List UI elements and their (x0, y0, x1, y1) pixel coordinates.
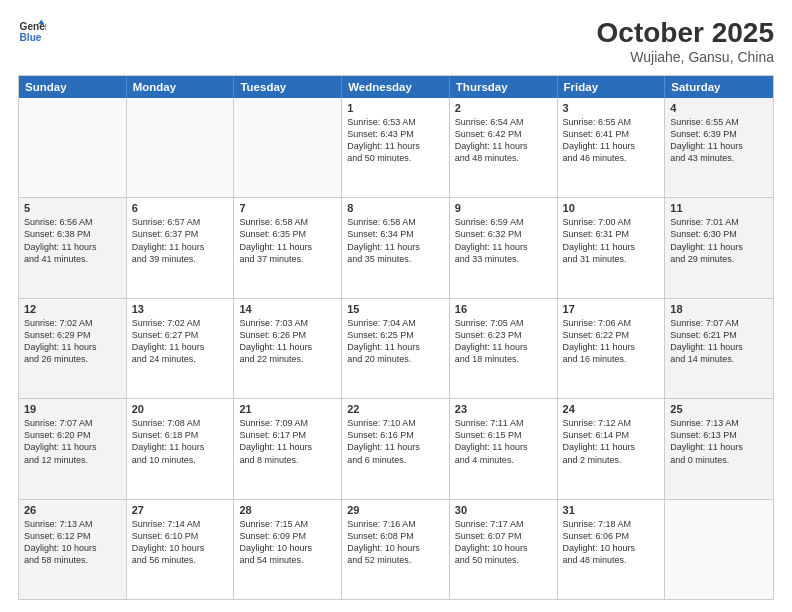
day-number: 26 (24, 504, 121, 516)
day-info: Sunrise: 6:58 AM Sunset: 6:34 PM Dayligh… (347, 216, 444, 265)
calendar-week-5: 26Sunrise: 7:13 AM Sunset: 6:12 PM Dayli… (19, 500, 773, 599)
day-number: 17 (563, 303, 660, 315)
day-number: 12 (24, 303, 121, 315)
day-info: Sunrise: 7:17 AM Sunset: 6:07 PM Dayligh… (455, 518, 552, 567)
calendar-cell: 29Sunrise: 7:16 AM Sunset: 6:08 PM Dayli… (342, 500, 450, 599)
day-info: Sunrise: 6:53 AM Sunset: 6:43 PM Dayligh… (347, 116, 444, 165)
day-info: Sunrise: 7:18 AM Sunset: 6:06 PM Dayligh… (563, 518, 660, 567)
calendar-cell: 31Sunrise: 7:18 AM Sunset: 6:06 PM Dayli… (558, 500, 666, 599)
day-info: Sunrise: 7:09 AM Sunset: 6:17 PM Dayligh… (239, 417, 336, 466)
day-info: Sunrise: 6:58 AM Sunset: 6:35 PM Dayligh… (239, 216, 336, 265)
calendar-cell: 14Sunrise: 7:03 AM Sunset: 6:26 PM Dayli… (234, 299, 342, 398)
calendar-week-2: 5Sunrise: 6:56 AM Sunset: 6:38 PM Daylig… (19, 198, 773, 298)
day-info: Sunrise: 6:57 AM Sunset: 6:37 PM Dayligh… (132, 216, 229, 265)
day-info: Sunrise: 7:13 AM Sunset: 6:13 PM Dayligh… (670, 417, 768, 466)
calendar-cell (234, 98, 342, 197)
day-number: 1 (347, 102, 444, 114)
day-info: Sunrise: 7:03 AM Sunset: 6:26 PM Dayligh… (239, 317, 336, 366)
calendar-cell (665, 500, 773, 599)
calendar-cell: 2Sunrise: 6:54 AM Sunset: 6:42 PM Daylig… (450, 98, 558, 197)
day-info: Sunrise: 7:02 AM Sunset: 6:29 PM Dayligh… (24, 317, 121, 366)
calendar-week-3: 12Sunrise: 7:02 AM Sunset: 6:29 PM Dayli… (19, 299, 773, 399)
day-number: 18 (670, 303, 768, 315)
day-number: 21 (239, 403, 336, 415)
calendar-body: 1Sunrise: 6:53 AM Sunset: 6:43 PM Daylig… (19, 98, 773, 599)
calendar-cell: 12Sunrise: 7:02 AM Sunset: 6:29 PM Dayli… (19, 299, 127, 398)
col-tuesday: Tuesday (234, 76, 342, 98)
day-info: Sunrise: 7:10 AM Sunset: 6:16 PM Dayligh… (347, 417, 444, 466)
day-number: 5 (24, 202, 121, 214)
calendar-cell (19, 98, 127, 197)
calendar-cell: 4Sunrise: 6:55 AM Sunset: 6:39 PM Daylig… (665, 98, 773, 197)
col-monday: Monday (127, 76, 235, 98)
day-info: Sunrise: 7:12 AM Sunset: 6:14 PM Dayligh… (563, 417, 660, 466)
day-info: Sunrise: 7:06 AM Sunset: 6:22 PM Dayligh… (563, 317, 660, 366)
calendar-title: October 2025 (597, 18, 774, 49)
day-number: 23 (455, 403, 552, 415)
calendar-cell: 7Sunrise: 6:58 AM Sunset: 6:35 PM Daylig… (234, 198, 342, 297)
day-info: Sunrise: 7:07 AM Sunset: 6:21 PM Dayligh… (670, 317, 768, 366)
day-number: 16 (455, 303, 552, 315)
calendar-cell: 23Sunrise: 7:11 AM Sunset: 6:15 PM Dayli… (450, 399, 558, 498)
day-number: 25 (670, 403, 768, 415)
day-number: 11 (670, 202, 768, 214)
title-block: October 2025 Wujiahe, Gansu, China (597, 18, 774, 65)
day-info: Sunrise: 7:14 AM Sunset: 6:10 PM Dayligh… (132, 518, 229, 567)
calendar-cell: 30Sunrise: 7:17 AM Sunset: 6:07 PM Dayli… (450, 500, 558, 599)
day-number: 20 (132, 403, 229, 415)
day-number: 13 (132, 303, 229, 315)
calendar-cell: 16Sunrise: 7:05 AM Sunset: 6:23 PM Dayli… (450, 299, 558, 398)
calendar-cell: 9Sunrise: 6:59 AM Sunset: 6:32 PM Daylig… (450, 198, 558, 297)
day-info: Sunrise: 6:54 AM Sunset: 6:42 PM Dayligh… (455, 116, 552, 165)
svg-text:Blue: Blue (20, 32, 42, 43)
day-number: 6 (132, 202, 229, 214)
calendar: Sunday Monday Tuesday Wednesday Thursday… (18, 75, 774, 600)
day-info: Sunrise: 7:11 AM Sunset: 6:15 PM Dayligh… (455, 417, 552, 466)
day-number: 31 (563, 504, 660, 516)
day-info: Sunrise: 7:08 AM Sunset: 6:18 PM Dayligh… (132, 417, 229, 466)
col-saturday: Saturday (665, 76, 773, 98)
day-info: Sunrise: 7:00 AM Sunset: 6:31 PM Dayligh… (563, 216, 660, 265)
calendar-cell: 21Sunrise: 7:09 AM Sunset: 6:17 PM Dayli… (234, 399, 342, 498)
day-number: 4 (670, 102, 768, 114)
day-number: 30 (455, 504, 552, 516)
day-number: 9 (455, 202, 552, 214)
calendar-cell: 27Sunrise: 7:14 AM Sunset: 6:10 PM Dayli… (127, 500, 235, 599)
calendar-cell: 13Sunrise: 7:02 AM Sunset: 6:27 PM Dayli… (127, 299, 235, 398)
calendar-cell: 17Sunrise: 7:06 AM Sunset: 6:22 PM Dayli… (558, 299, 666, 398)
day-number: 29 (347, 504, 444, 516)
day-number: 2 (455, 102, 552, 114)
day-number: 27 (132, 504, 229, 516)
header: General Blue October 2025 Wujiahe, Gansu… (18, 18, 774, 65)
day-number: 8 (347, 202, 444, 214)
calendar-cell: 8Sunrise: 6:58 AM Sunset: 6:34 PM Daylig… (342, 198, 450, 297)
calendar-cell (127, 98, 235, 197)
calendar-week-1: 1Sunrise: 6:53 AM Sunset: 6:43 PM Daylig… (19, 98, 773, 198)
day-info: Sunrise: 7:15 AM Sunset: 6:09 PM Dayligh… (239, 518, 336, 567)
day-number: 14 (239, 303, 336, 315)
day-number: 7 (239, 202, 336, 214)
calendar-cell: 10Sunrise: 7:00 AM Sunset: 6:31 PM Dayli… (558, 198, 666, 297)
day-info: Sunrise: 7:05 AM Sunset: 6:23 PM Dayligh… (455, 317, 552, 366)
day-info: Sunrise: 7:04 AM Sunset: 6:25 PM Dayligh… (347, 317, 444, 366)
day-number: 28 (239, 504, 336, 516)
logo-icon: General Blue (18, 18, 46, 46)
calendar-cell: 6Sunrise: 6:57 AM Sunset: 6:37 PM Daylig… (127, 198, 235, 297)
day-number: 3 (563, 102, 660, 114)
day-info: Sunrise: 6:55 AM Sunset: 6:39 PM Dayligh… (670, 116, 768, 165)
day-info: Sunrise: 6:55 AM Sunset: 6:41 PM Dayligh… (563, 116, 660, 165)
day-info: Sunrise: 7:02 AM Sunset: 6:27 PM Dayligh… (132, 317, 229, 366)
day-number: 22 (347, 403, 444, 415)
day-info: Sunrise: 7:07 AM Sunset: 6:20 PM Dayligh… (24, 417, 121, 466)
calendar-week-4: 19Sunrise: 7:07 AM Sunset: 6:20 PM Dayli… (19, 399, 773, 499)
day-number: 24 (563, 403, 660, 415)
page: General Blue October 2025 Wujiahe, Gansu… (0, 0, 792, 612)
calendar-cell: 19Sunrise: 7:07 AM Sunset: 6:20 PM Dayli… (19, 399, 127, 498)
calendar-cell: 20Sunrise: 7:08 AM Sunset: 6:18 PM Dayli… (127, 399, 235, 498)
day-number: 15 (347, 303, 444, 315)
calendar-cell: 3Sunrise: 6:55 AM Sunset: 6:41 PM Daylig… (558, 98, 666, 197)
calendar-subtitle: Wujiahe, Gansu, China (597, 49, 774, 65)
calendar-cell: 26Sunrise: 7:13 AM Sunset: 6:12 PM Dayli… (19, 500, 127, 599)
calendar-cell: 25Sunrise: 7:13 AM Sunset: 6:13 PM Dayli… (665, 399, 773, 498)
col-friday: Friday (558, 76, 666, 98)
